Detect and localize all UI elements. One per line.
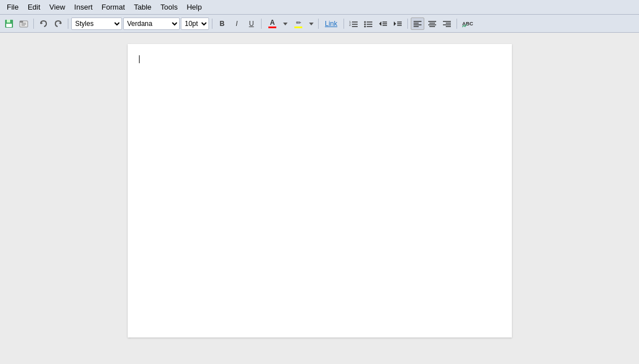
styles-select[interactable]: Styles Normal Heading 1 Heading 2 Headin… [71, 17, 122, 30]
svg-point-18 [364, 23, 366, 25]
svg-point-19 [364, 25, 366, 27]
indent-decrease-icon [379, 19, 388, 28]
spellcheck-button[interactable]: ABC [460, 17, 477, 30]
indent-increase-button[interactable] [391, 17, 405, 30]
menu-table[interactable]: Table [129, 2, 156, 12]
align-left-button[interactable] [411, 17, 424, 30]
svg-marker-11 [309, 23, 314, 25]
dropdown-arrow-icon [283, 21, 288, 26]
svg-rect-2 [6, 24, 12, 27]
undo-button[interactable] [37, 17, 50, 30]
menu-tools[interactable]: Tools [156, 2, 182, 12]
undo-icon [39, 19, 48, 28]
unordered-list-icon [364, 19, 373, 28]
highlight-button[interactable]: ✏ [290, 17, 306, 30]
highlight-color-indicator [294, 27, 302, 28]
highlight-label: ✏ [296, 19, 301, 27]
editor-area[interactable] [0, 33, 639, 364]
save-icon [5, 19, 14, 28]
toolbar-separator-2 [68, 19, 68, 29]
spellcheck-icon: ABC [462, 19, 475, 28]
menu-help[interactable]: Help [182, 2, 206, 12]
open-button[interactable] [17, 17, 31, 30]
svg-rect-4 [20, 21, 23, 23]
save-button[interactable] [2, 17, 16, 30]
svg-marker-10 [283, 23, 288, 25]
toolbar-separator-6 [344, 19, 344, 29]
menu-edit[interactable]: Edit [23, 2, 45, 12]
redo-button[interactable] [51, 17, 65, 30]
unordered-list-button[interactable] [362, 17, 375, 30]
highlight-dropdown[interactable] [307, 17, 315, 30]
toolbar-separator-1 [33, 19, 34, 29]
link-button[interactable]: Link [321, 17, 341, 30]
toolbar-separator-5 [318, 19, 319, 29]
align-center-icon [428, 19, 437, 28]
font-size-select[interactable]: 8pt 9pt 10pt 11pt 12pt 14pt 16pt [181, 17, 209, 30]
align-left-icon [413, 19, 422, 28]
svg-point-17 [364, 21, 366, 23]
font-color-label: A [270, 19, 275, 27]
ordered-list-icon: 1. 2. [349, 19, 358, 28]
toolbar-separator-7 [407, 19, 408, 29]
page-canvas[interactable] [128, 44, 512, 337]
font-color-dropdown[interactable] [281, 17, 289, 30]
ordered-list-button[interactable]: 1. 2. [347, 17, 360, 30]
indent-decrease-button[interactable] [376, 17, 390, 30]
italic-button[interactable]: I [230, 17, 244, 30]
align-center-button[interactable] [425, 17, 439, 30]
bold-button[interactable]: B [215, 17, 229, 30]
highlight-dropdown-arrow-icon [309, 21, 314, 26]
svg-marker-27 [394, 21, 396, 26]
open-icon [19, 19, 28, 28]
svg-marker-8 [41, 22, 43, 24]
redo-icon [54, 19, 63, 28]
toolbar-separator-8 [457, 19, 457, 29]
svg-rect-1 [7, 20, 10, 23]
svg-text:2.: 2. [349, 23, 351, 27]
align-right-icon [442, 19, 451, 28]
toolbar-separator-3 [212, 19, 212, 29]
font-color-button[interactable]: A [264, 17, 280, 30]
menu-format[interactable]: Format [97, 2, 129, 12]
menu-view[interactable]: View [45, 2, 69, 12]
svg-marker-23 [379, 21, 381, 26]
toolbar: Styles Normal Heading 1 Heading 2 Headin… [0, 15, 639, 33]
menu-insert[interactable]: Insert [69, 2, 97, 12]
indent-increase-icon [393, 19, 402, 28]
text-cursor [139, 55, 140, 63]
font-select[interactable]: Verdana Arial Courier New Georgia Times … [123, 17, 180, 30]
font-color-indicator [268, 27, 276, 28]
underline-button[interactable]: U [245, 17, 258, 30]
menu-file[interactable]: File [2, 2, 23, 12]
align-right-button[interactable] [440, 17, 454, 30]
svg-marker-9 [59, 22, 61, 24]
menu-bar: File Edit View Insert Format Table Tools… [0, 0, 639, 15]
toolbar-separator-4 [261, 19, 262, 29]
